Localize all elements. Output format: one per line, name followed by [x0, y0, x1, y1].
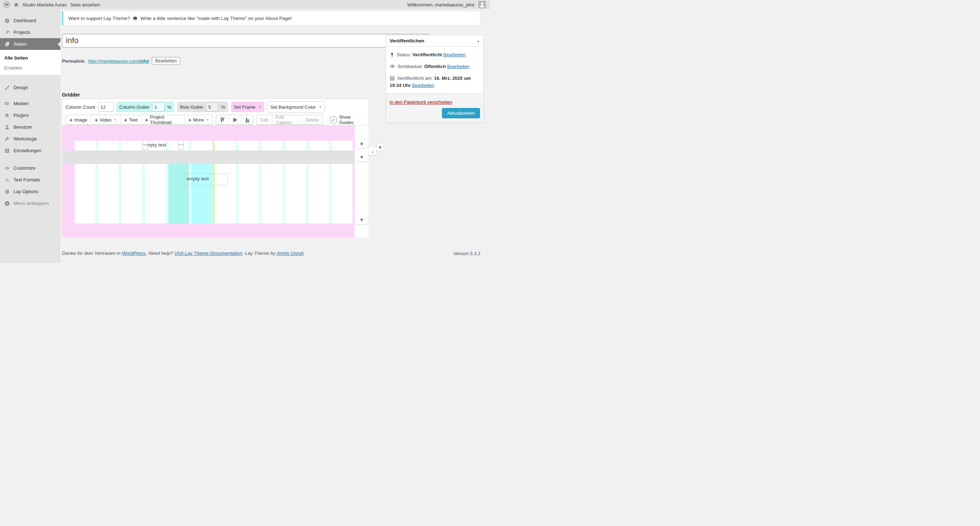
sidebar-item-erstellen[interactable]: Erstellen [4, 63, 60, 73]
set-frame-button[interactable]: Set Frame ▼ [231, 102, 264, 112]
grid-column[interactable] [215, 164, 236, 223]
grid-column[interactable] [192, 141, 212, 150]
handle-cell[interactable] [142, 145, 148, 150]
add-more-button[interactable]: + More ▼ [185, 115, 213, 124]
sidebar-item-einstellungen[interactable]: Einstellungen [0, 145, 60, 156]
handle-cell[interactable] [178, 139, 184, 145]
site-name-link[interactable]: Studio Marietta Auras [22, 2, 67, 8]
update-button[interactable]: Aktualisieren [442, 108, 480, 118]
edit-visibility-link[interactable]: Bearbeiten [447, 64, 469, 69]
grid-column[interactable] [75, 141, 95, 150]
sidebar-item-seiten[interactable]: Seiten [0, 38, 60, 50]
author-link[interactable]: Armin Unruh [277, 250, 304, 256]
publish-panel-header[interactable]: Veröffentlichen ▲ [386, 35, 484, 47]
view-page-link[interactable]: Seite ansehen [70, 2, 100, 8]
add-row-button-1[interactable]: + [355, 140, 368, 148]
grid-column-selected[interactable] [169, 164, 189, 223]
resize-handle-right[interactable] [178, 139, 184, 150]
grid-column[interactable] [121, 164, 142, 223]
grid-column[interactable] [239, 141, 259, 150]
handle-cell[interactable] [142, 139, 148, 145]
home-icon[interactable] [14, 2, 19, 8]
sidebar-item-plugins[interactable]: Plugins [0, 109, 60, 121]
set-background-color-button[interactable]: Set Background Color ▼ [267, 101, 325, 113]
page-title-input[interactable] [62, 34, 430, 48]
sidebar-gap [0, 93, 60, 98]
grid-column[interactable] [332, 164, 353, 223]
checkbox-checked-icon[interactable]: ✓ [330, 116, 337, 123]
align-top-button[interactable] [216, 115, 229, 124]
column-count-input[interactable] [98, 102, 114, 112]
row-gutter-input[interactable] [206, 102, 219, 112]
move-to-trash-link[interactable]: In den Papierkorb verschieben [390, 99, 452, 105]
brush-icon [4, 85, 10, 91]
sidebar-item-customize[interactable]: Customize [0, 162, 60, 174]
edit-published-link[interactable]: Bearbeiten [412, 83, 434, 88]
grid-column[interactable] [145, 164, 165, 223]
sidebar-item-alle-seiten[interactable]: Alle Seiten [4, 53, 60, 63]
grid-column[interactable] [262, 141, 282, 150]
column-gutter-input[interactable] [152, 102, 165, 112]
move-row-down-button[interactable]: ↓ [369, 148, 376, 155]
permalink-edit-button[interactable]: Bearbeiten [152, 57, 180, 65]
grid-column[interactable] [215, 141, 236, 150]
delete-row-button[interactable]: × [376, 143, 384, 151]
grid-column[interactable] [285, 164, 306, 223]
grid-row-2 [75, 164, 353, 223]
footer-suffix: . [304, 250, 305, 256]
add-row-button-2[interactable]: + [355, 153, 368, 161]
column-gutter [259, 141, 262, 150]
sidebar-item-benutzer[interactable]: Benutzer [0, 121, 60, 133]
add-project-thumbnail-button[interactable]: + Project Thumbnail [142, 115, 185, 124]
sidebar-item-dashboard[interactable]: Dashboard [0, 14, 60, 26]
user-greeting[interactable]: Willkommen, mariettaauras_pilot [407, 2, 474, 8]
grid-column[interactable] [98, 164, 119, 223]
add-video-button[interactable]: + Video ▼ [91, 115, 121, 124]
sidebar-item-collapse-menu[interactable]: Menü einklappen [0, 198, 60, 209]
gridder-canvas[interactable]: empty text empty text + + + [62, 126, 369, 238]
visibility-label: Sichtbarkeit: [398, 64, 423, 69]
grid-column[interactable] [262, 164, 282, 223]
grid-column[interactable] [309, 164, 329, 223]
grid-column[interactable] [98, 141, 119, 150]
resize-handle-left[interactable] [142, 139, 148, 150]
column-gutter [282, 141, 285, 150]
grid-column[interactable] [285, 141, 306, 150]
sidebar-item-projects[interactable]: Projects [0, 26, 60, 38]
add-row-button-3[interactable]: + [355, 215, 368, 224]
gear-icon [4, 189, 10, 194]
percent-label: % [221, 104, 226, 110]
show-guides-toggle[interactable]: ✓ Show Guides [330, 115, 365, 125]
column-gutter [95, 141, 98, 150]
align-bottom-button[interactable] [241, 115, 253, 124]
avatar[interactable] [478, 0, 487, 9]
sidebar-item-text-formats[interactable]: A Text Formats [0, 174, 60, 186]
edit-status-link[interactable]: Bearbeiten [443, 52, 466, 57]
handle-cell[interactable] [178, 145, 184, 150]
text-element-2[interactable]: empty text [184, 174, 228, 185]
lay-theme-docs-link[interactable]: Visit Lay Theme Documentation [174, 250, 242, 256]
sidebar-item-design[interactable]: Design [0, 81, 60, 93]
grid-column[interactable] [309, 141, 329, 150]
caret-down-icon: ▼ [319, 105, 321, 109]
grid-column[interactable] [121, 141, 142, 150]
sidebar-item-werkzeuge[interactable]: Werkzeuge [0, 133, 60, 145]
grid-column-selected[interactable] [192, 164, 212, 223]
sidebar-item-lay-options[interactable]: Lay Options [0, 186, 60, 198]
add-text-button[interactable]: + Text [121, 115, 142, 124]
add-text-label: Text [129, 117, 137, 123]
grid-column[interactable] [239, 164, 259, 223]
permalink-link[interactable]: http://mariettaauras.com/info/ [88, 59, 149, 64]
delete-button[interactable]: Delete [302, 115, 323, 124]
add-image-button[interactable]: + Image [66, 115, 91, 124]
collapse-up-icon[interactable]: ▲ [477, 39, 480, 43]
wordpress-logo-icon[interactable]: W [3, 2, 10, 8]
sidebar-item-medien[interactable]: Medien [0, 98, 60, 109]
align-middle-button[interactable] [229, 115, 241, 124]
grid-column[interactable] [75, 164, 95, 223]
align-button-group [216, 115, 253, 125]
edit-caption-button[interactable]: Edit Caption [272, 115, 302, 124]
grid-column[interactable] [332, 141, 353, 150]
edit-button[interactable]: Edit [257, 115, 272, 124]
wordpress-link[interactable]: WordPress [122, 250, 146, 256]
